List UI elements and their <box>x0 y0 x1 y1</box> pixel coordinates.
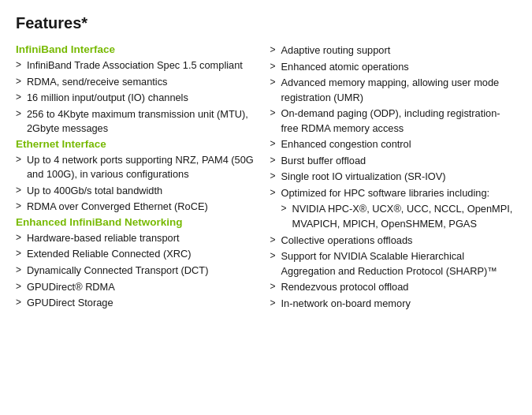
list-item: Enhanced atomic operations <box>270 60 517 75</box>
section-ethernet: Ethernet Interface Up to 4 network ports… <box>16 138 262 215</box>
list-item: GPUDirect® RDMA <box>16 280 262 295</box>
list-item: GPUDirect Storage <box>16 296 262 311</box>
list-item: Advanced memory mapping, allowing user m… <box>270 76 517 105</box>
list-item: Burst buffer offload <box>270 154 517 169</box>
list-item: Single root IO virtualization (SR-IOV) <box>270 170 517 185</box>
list-item: Optimized for HPC software libraries inc… <box>270 186 517 201</box>
content-columns: InfiniBand Interface InfiniBand Trade As… <box>16 43 516 312</box>
ethernet-list: Up to 4 network ports supporting NRZ, PA… <box>16 153 262 215</box>
section-heading-ethernet: Ethernet Interface <box>16 138 262 150</box>
list-item: Rendezvous protocol offload <box>270 280 517 295</box>
list-item: Dynamically Connected Transport (DCT) <box>16 264 262 279</box>
list-item: Adaptive routing support <box>270 43 517 58</box>
list-item: RDMA over Converged Ethernet (RoCE) <box>16 200 262 215</box>
infiniband-list: InfiniBand Trade Association Spec 1.5 co… <box>16 58 262 136</box>
right-column: Adaptive routing support Enhanced atomic… <box>270 43 517 312</box>
section-heading-infiniband: InfiniBand Interface <box>16 43 262 55</box>
list-item: Hardware-based reliable transport <box>16 231 262 246</box>
list-item: Up to 400Gb/s total bandwidth <box>16 184 262 199</box>
list-item-sub: NVIDIA HPC-X®, UCX®, UCC, NCCL, OpenMPI,… <box>270 202 517 231</box>
list-item: RDMA, send/receive semantics <box>16 75 262 90</box>
list-item: Support for NVIDIA Scalable Hierarchical… <box>270 249 517 279</box>
list-item: Extended Reliable Connected (XRC) <box>16 247 262 262</box>
list-item: Collective operations offloads <box>270 234 517 249</box>
section-infiniband: InfiniBand Interface InfiniBand Trade As… <box>16 43 262 136</box>
list-item: 256 to 4Kbyte maximum transmission unit … <box>16 107 262 136</box>
list-item: Enhanced congestion control <box>270 137 517 152</box>
section-heading-enhanced: Enhanced InfiniBand Networking <box>16 216 262 228</box>
page-title: Features* <box>16 14 516 32</box>
list-item: InfiniBand Trade Association Spec 1.5 co… <box>16 58 262 73</box>
list-item: On-demand paging (ODP), including regist… <box>270 107 517 136</box>
enhanced-list: Hardware-based reliable transport Extend… <box>16 231 262 311</box>
left-column: InfiniBand Interface InfiniBand Trade As… <box>16 43 262 312</box>
list-item: Up to 4 network ports supporting NRZ, PA… <box>16 153 262 182</box>
list-item: In-network on-board memory <box>270 297 517 312</box>
right-list: Adaptive routing support Enhanced atomic… <box>270 43 517 311</box>
list-item: 16 million input/output (IO) channels <box>16 91 262 106</box>
section-enhanced-infiniband: Enhanced InfiniBand Networking Hardware-… <box>16 216 262 311</box>
